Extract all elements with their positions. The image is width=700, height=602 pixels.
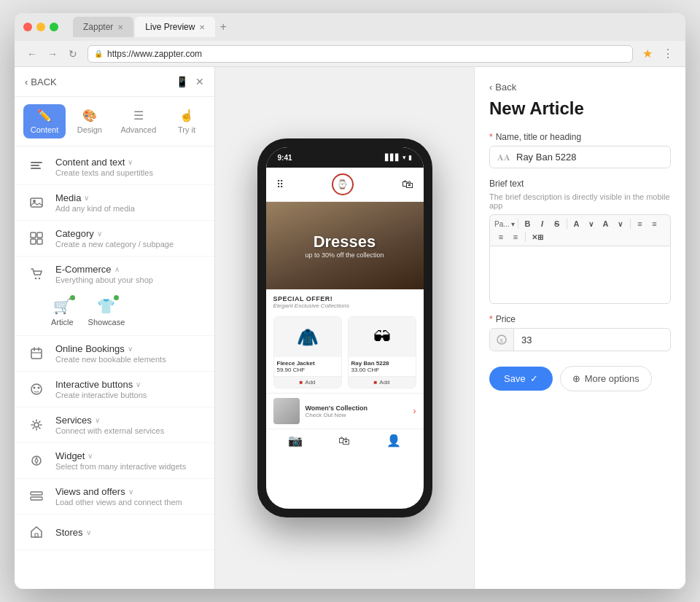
maximize-traffic-light[interactable] <box>50 23 58 31</box>
phone-mockup: 9:41 ▋▋▋ ▾ ▮ ⠿ ⌚ 🛍 <box>257 138 432 517</box>
align-left-button[interactable]: ≡ <box>634 218 647 230</box>
bookmark-button[interactable]: ★ <box>639 45 656 63</box>
stores-chevron: ∨ <box>86 528 91 536</box>
signal-icon: ▋▋▋ <box>385 154 400 161</box>
tab-try-it[interactable]: ☝️ Try it <box>168 104 206 138</box>
highlight-dropdown-button[interactable]: ∨ <box>614 219 627 230</box>
menu-item-bookings[interactable]: Online Bookings ∨ Create new bookable el… <box>15 336 214 372</box>
tab-content[interactable]: ✏️ Content <box>23 104 66 138</box>
align-center-button[interactable]: ≡ <box>648 218 661 230</box>
menu-item-stores[interactable]: Stores ∨ <box>15 515 214 550</box>
brief-text-editor[interactable] <box>489 246 671 304</box>
ecommerce-icon <box>26 264 47 284</box>
panel-close-button[interactable]: ✕ <box>195 76 204 87</box>
ecommerce-sub-showcase[interactable]: 👕 Showcase <box>88 297 125 327</box>
bold-button[interactable]: B <box>521 218 534 230</box>
phone-preview-icon[interactable]: 📱 <box>176 76 188 87</box>
content-text-title: Content and text ∨ <box>55 157 153 168</box>
menu-button[interactable]: ⋮ <box>659 45 677 63</box>
tab-live-preview-close[interactable]: ✕ <box>199 23 205 31</box>
name-field-group: * Name, title or heading 𝐀𝐀 Ray Ban 5228 <box>489 132 671 168</box>
category-icon <box>26 228 47 249</box>
paragraph-dropdown[interactable]: Pa... ▾ <box>494 220 515 228</box>
tab-zappter[interactable]: Zappter ✕ <box>73 17 133 37</box>
close-traffic-light[interactable] <box>23 23 32 31</box>
chevron-down-button[interactable]: ∨ <box>585 219 598 230</box>
toolbar-divider-3 <box>630 219 631 229</box>
phone-collection-row[interactable]: Women's Collection Check Out Now › <box>266 393 424 429</box>
highlight-button[interactable]: A <box>599 218 612 230</box>
widget-chevron: ∨ <box>88 452 93 460</box>
menu-item-widget[interactable]: Widget ∨ Select from many interactive wi… <box>15 443 214 479</box>
svg-rect-11 <box>31 349 42 359</box>
phone-product-glasses[interactable]: 🕶 Ray Ban 5228 33.00 CHF ■ Add <box>348 316 416 388</box>
strikethrough-button[interactable]: S <box>551 218 564 230</box>
wifi-icon: ▾ <box>402 154 406 161</box>
forward-nav-button[interactable]: → <box>44 45 61 63</box>
lock-icon: 🔒 <box>94 50 103 58</box>
required-indicator: * <box>489 132 493 142</box>
svg-point-10 <box>39 278 40 279</box>
advanced-tab-icon: ☰ <box>133 109 144 122</box>
phone-shop-nav-icon[interactable]: 🛍 <box>338 434 350 447</box>
phone-hero-banner: Dresses up to 30% off the collection <box>266 202 424 289</box>
widget-text: Widget ∨ Select from many interactive wi… <box>55 450 186 471</box>
panel-back-button[interactable]: ‹ BACK <box>25 77 57 87</box>
phone-profile-nav-icon[interactable]: 👤 <box>386 434 401 447</box>
category-chevron: ∨ <box>97 230 102 238</box>
save-label: Save <box>504 373 526 384</box>
phone-special-sub: Elegant Exclusive Collections <box>273 302 416 309</box>
product-jacket-add-label: Add <box>305 379 315 386</box>
reload-button[interactable]: ↻ <box>64 45 82 63</box>
tab-zappter-close[interactable]: ✕ <box>117 23 123 31</box>
phone-camera-nav-icon[interactable]: 📷 <box>288 434 303 447</box>
product-jacket-add-button[interactable]: ■ Add <box>274 376 341 388</box>
panel-tabs: ✏️ Content 🎨 Design ☰ Advanced ☝️ Try it <box>15 97 214 146</box>
toolbar-divider-4 <box>525 232 526 242</box>
product-jacket-info: Fleece Jacket 59.90 CHF <box>274 357 341 376</box>
back-nav-button[interactable]: ← <box>23 45 41 63</box>
menu-item-category[interactable]: Category ∨ Create a new category / subpa… <box>15 221 214 257</box>
category-title: Category ∨ <box>55 228 174 239</box>
name-input-field[interactable]: 𝐀𝐀 Ray Ban 5228 <box>489 146 671 168</box>
menu-item-services[interactable]: Services ∨ Connect with external service… <box>15 407 214 443</box>
menu-item-interactive[interactable]: Interactive buttons ∨ Create interactive… <box>15 372 214 407</box>
price-currency-icon: $ <box>490 329 514 351</box>
product-glasses-add-button[interactable]: ■ Add <box>349 376 416 388</box>
showcase-icon: 👕 <box>97 297 115 315</box>
more-options-button[interactable]: ⊕ More options <box>560 366 652 391</box>
ecommerce-sub-items: 🛒 Article 👕 Showcase <box>15 292 214 335</box>
justify-button[interactable]: ≡ <box>509 231 522 243</box>
save-button[interactable]: Save ✓ <box>489 367 553 391</box>
media-title: Media ∨ <box>55 192 135 203</box>
tab-design[interactable]: 🎨 Design <box>70 104 109 138</box>
services-chevron: ∨ <box>95 416 100 424</box>
price-input[interactable] <box>514 329 670 351</box>
tab-live-preview[interactable]: Live Preview ✕ <box>135 17 215 37</box>
new-tab-button[interactable]: + <box>217 20 229 34</box>
media-text: Media ∨ Add any kind of media <box>55 192 135 213</box>
italic-button[interactable]: I <box>536 218 549 230</box>
font-color-button[interactable]: A <box>570 218 583 230</box>
phone-product-jacket[interactable]: 🧥 Fleece Jacket 59.90 CHF ■ Add <box>273 316 342 388</box>
svg-rect-5 <box>31 232 36 238</box>
bookings-text: Online Bookings ∨ Create new bookable el… <box>55 343 166 364</box>
address-bar[interactable]: 🔒 https://www.zappter.com <box>88 45 633 63</box>
app-area: ‹ BACK 📱 ✕ ✏️ Content 🎨 Design <box>15 67 685 589</box>
browser-window: Zappter ✕ Live Preview ✕ + ← → ↻ 🔒 https… <box>15 13 685 589</box>
panel-header-icons: 📱 ✕ <box>176 76 204 87</box>
svg-point-12 <box>31 384 42 394</box>
ecommerce-sub-article[interactable]: 🛒 Article <box>51 297 74 327</box>
collection-title: Women's Collection <box>306 404 368 412</box>
svg-rect-0 <box>31 162 42 163</box>
form-back-button[interactable]: ‹ Back <box>489 82 671 93</box>
source-button[interactable]: ✕⊞ <box>529 232 546 243</box>
menu-item-content-text[interactable]: Content and text ∨ Create texts and supe… <box>15 149 214 185</box>
align-right-button[interactable]: ≡ <box>494 231 508 243</box>
menu-item-views[interactable]: Views and offers ∨ Load other views and … <box>15 479 214 515</box>
browser-toolbar: ← → ↻ 🔒 https://www.zappter.com ★ ⋮ <box>15 41 685 67</box>
menu-item-media[interactable]: Media ∨ Add any kind of media <box>15 185 214 221</box>
minimize-traffic-light[interactable] <box>36 23 45 31</box>
tab-advanced[interactable]: ☰ Advanced <box>114 104 163 138</box>
menu-item-ecommerce[interactable]: E-Commerce ∧ Everything about your shop <box>15 257 214 292</box>
